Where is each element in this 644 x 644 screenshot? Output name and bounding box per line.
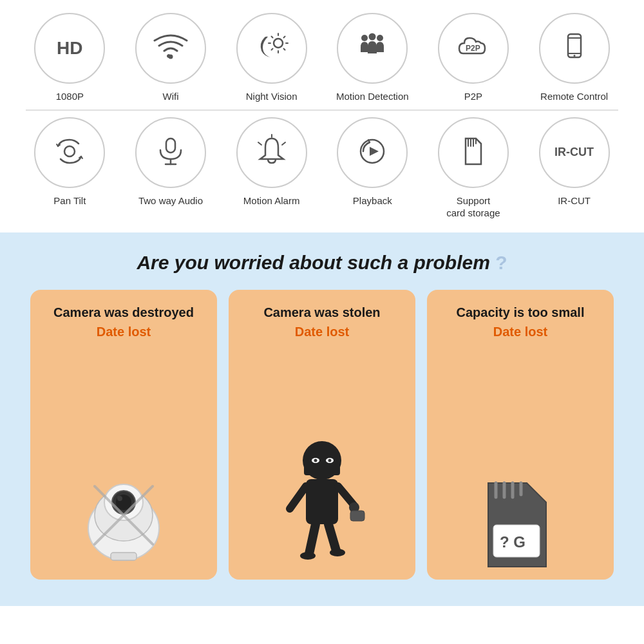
feature-wifi: Wifi [126, 13, 216, 103]
feature-circle-ircut: IR-CUT [539, 117, 610, 188]
feature-label-alarm: Motion Alarm [243, 194, 300, 207]
svg-rect-45 [304, 464, 340, 475]
card-capacity-subtitle: Date lost [493, 325, 547, 339]
svg-point-44 [328, 459, 332, 462]
features-row-1: HD 1080P Wifi [19, 13, 625, 103]
night-icon [254, 29, 290, 68]
playback-icon [354, 133, 390, 172]
problem-card-destroyed: Camera was destroyed Date lost [30, 290, 217, 580]
problem-card-stolen: Camera was stolen Date lost [229, 290, 415, 580]
feature-circle-remote [539, 13, 610, 84]
feature-circle-p2p: P2P [438, 13, 509, 84]
bottom-section: Are you worried about such a problem ? C… [0, 232, 644, 606]
problem-title-text: Are you worried about such a problem [137, 252, 489, 273]
feature-hd: HD 1080P [24, 13, 115, 103]
card-destroyed-title: Camera was destroyed [53, 304, 194, 321]
problem-card-capacity: Capacity is too small Date lost ? G [427, 290, 614, 580]
svg-point-0 [168, 55, 173, 59]
feature-label-card: Support card storage [446, 194, 500, 220]
problem-cards-row: Camera was destroyed Date lost [19, 290, 625, 580]
features-section: HD 1080P Wifi [0, 0, 644, 232]
svg-line-8 [283, 37, 285, 38]
feature-motion: Motion Detection [327, 13, 417, 103]
feature-label-hd: 1080P [56, 90, 84, 103]
svg-marker-26 [370, 147, 379, 156]
svg-point-11 [369, 33, 376, 41]
feature-ircut: IR-CUT IR-CUT [529, 117, 620, 207]
svg-line-7 [283, 49, 285, 50]
p2p-icon: P2P [455, 29, 491, 68]
feature-circle-pan [34, 117, 105, 188]
svg-line-51 [309, 524, 316, 554]
card-icon [455, 133, 491, 172]
svg-rect-50 [350, 511, 365, 521]
card-stolen-title: Camera was stolen [263, 304, 380, 321]
feature-label-night: Night Vision [246, 90, 298, 103]
feature-label-playback: Playback [353, 194, 392, 207]
svg-rect-37 [111, 553, 137, 560]
feature-circle-audio [135, 117, 206, 188]
feature-label-ircut: IR-CUT [558, 194, 591, 207]
svg-line-6 [271, 37, 272, 38]
card-destroyed-subtitle: Date lost [97, 325, 151, 339]
svg-rect-19 [166, 138, 175, 153]
pan-icon [52, 133, 88, 172]
feature-circle-motion [337, 13, 408, 84]
feature-circle-hd: HD [34, 13, 105, 84]
svg-text:? G: ? G [500, 533, 526, 551]
question-mark: ? [490, 252, 507, 273]
svg-point-54 [330, 549, 345, 556]
divider-1 [26, 109, 618, 111]
feature-label-audio: Two way Audio [138, 194, 203, 207]
feature-playback: Playback [327, 117, 417, 207]
feature-card: Support card storage [428, 117, 518, 220]
card-capacity-title: Capacity is too small [457, 304, 585, 321]
card-stolen-image [242, 350, 402, 580]
remote-icon [556, 29, 592, 68]
feature-circle-alarm [236, 117, 307, 188]
features-row-2: Pan Tilt Two way Audio [19, 117, 625, 220]
feature-pan: Pan Tilt [24, 117, 115, 207]
svg-point-43 [314, 459, 317, 462]
feature-night: Night Vision [227, 13, 317, 103]
feature-label-p2p: P2P [464, 90, 482, 103]
svg-point-36 [117, 496, 122, 501]
ircut-icon: IR-CUT [554, 146, 594, 159]
feature-remote: Remote Control [529, 13, 620, 103]
svg-line-9 [271, 49, 272, 50]
svg-line-52 [328, 524, 336, 551]
feature-circle-playback [337, 117, 408, 188]
feature-circle-wifi [135, 13, 206, 84]
feature-alarm: Motion Alarm [227, 117, 317, 207]
alarm-icon [254, 133, 290, 172]
feature-audio: Two way Audio [126, 117, 216, 207]
svg-point-1 [274, 39, 283, 48]
svg-line-23 [282, 142, 285, 145]
feature-circle-night [236, 13, 307, 84]
feature-circle-card [438, 117, 509, 188]
problem-title: Are you worried about such a problem ? [19, 252, 625, 274]
svg-line-22 [258, 142, 261, 145]
card-stolen-subtitle: Date lost [295, 325, 349, 339]
svg-text:P2P: P2P [466, 44, 480, 53]
feature-label-pan: Pan Tilt [53, 194, 86, 207]
svg-line-47 [290, 486, 306, 509]
feature-label-wifi: Wifi [162, 90, 178, 103]
hd-icon: HD [57, 38, 82, 59]
svg-point-53 [300, 552, 316, 560]
wifi-icon [153, 29, 189, 68]
svg-point-17 [573, 55, 575, 57]
svg-rect-46 [306, 479, 338, 524]
svg-point-12 [377, 35, 383, 41]
feature-label-motion: Motion Detection [336, 90, 409, 103]
motion-icon [354, 29, 390, 68]
svg-point-18 [64, 146, 75, 156]
svg-line-48 [338, 486, 354, 506]
feature-label-remote: Remote Control [540, 90, 608, 103]
feature-p2p: P2P P2P [428, 13, 518, 103]
card-capacity-image: ? G [440, 350, 601, 580]
card-destroyed-image [43, 350, 204, 580]
audio-icon [153, 133, 189, 172]
svg-point-10 [361, 35, 368, 41]
